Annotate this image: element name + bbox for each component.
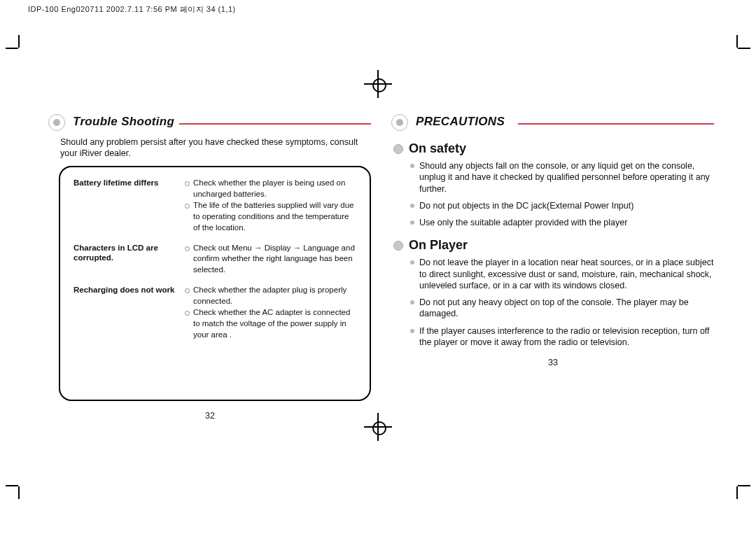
section-title: Trouble Shooting [73, 115, 174, 129]
page-right: PRECAUTIONS On safety Should any objects… [392, 112, 714, 367]
section-title: PRECAUTIONS [416, 115, 505, 129]
table-row: Recharging does not work Check whether t… [73, 284, 357, 349]
remedy-list: Check whether the adapter plug is proper… [185, 285, 356, 340]
subsection-title: On Player [409, 238, 468, 252]
list-item: Check whether the adapter plug is proper… [185, 285, 356, 307]
list-item: Use only the suitable adapter provided w… [410, 217, 714, 228]
precaution-list: Should any objects fall on the console, … [392, 160, 714, 228]
bullet-ornament-icon [389, 112, 410, 133]
print-job-header: IDP-100 Eng020711 2002.7.11 7:56 PM 페이지 … [28, 4, 236, 15]
subsection-heading: On Player [392, 238, 714, 253]
section-header: PRECAUTIONS [392, 112, 714, 132]
list-item: Should any objects fall on the console, … [410, 160, 714, 195]
page-left: Trouble Shooting Should any problem pers… [49, 112, 371, 421]
symptom-label: Battery lifetime differs [73, 177, 184, 241]
list-item: Check whether the AC adapter is connecte… [185, 307, 356, 341]
symptom-label: Recharging does not work [73, 284, 184, 349]
page-number: 32 [49, 411, 371, 421]
list-item: Check whether the player is being used o… [185, 178, 356, 200]
subsection-title: On safety [409, 141, 466, 155]
troubleshoot-panel: Battery lifetime differs Check whether t… [59, 166, 371, 401]
remedy-list: Check out Menu → Display → Language and … [185, 243, 356, 276]
section-header: Trouble Shooting [49, 112, 371, 132]
subsection-bullet-icon [393, 241, 403, 251]
page-number: 33 [392, 358, 714, 367]
list-item: Check out Menu → Display → Language and … [185, 243, 356, 276]
list-item: Do not leave the player in a location ne… [410, 257, 714, 291]
precaution-list: Do not leave the player in a location ne… [392, 257, 714, 348]
list-item: Do not put objects in the DC jack(Extern… [410, 200, 714, 211]
section-intro: Should any problem persist after you hav… [60, 137, 371, 159]
table-row: Battery lifetime differs Check whether t… [73, 177, 357, 241]
symptom-label: Characters in LCD are corrupted. [73, 242, 184, 285]
registration-mark-top-icon [364, 70, 392, 98]
manual-spread: Trouble Shooting Should any problem pers… [49, 112, 707, 420]
subsection-bullet-icon [393, 144, 403, 154]
bullet-ornament-icon [46, 112, 67, 133]
section-rule [179, 123, 371, 125]
section-rule [518, 123, 714, 125]
list-item: If the player causes interference to the… [410, 325, 714, 349]
list-item: Do not put any heavy object on top of th… [410, 297, 714, 320]
remedy-list: Check whether the player is being used o… [185, 178, 356, 233]
subsection-heading: On safety [392, 141, 714, 156]
list-item: The life of the batteries supplied will … [185, 200, 356, 234]
table-row: Characters in LCD are corrupted. Check o… [73, 242, 357, 285]
